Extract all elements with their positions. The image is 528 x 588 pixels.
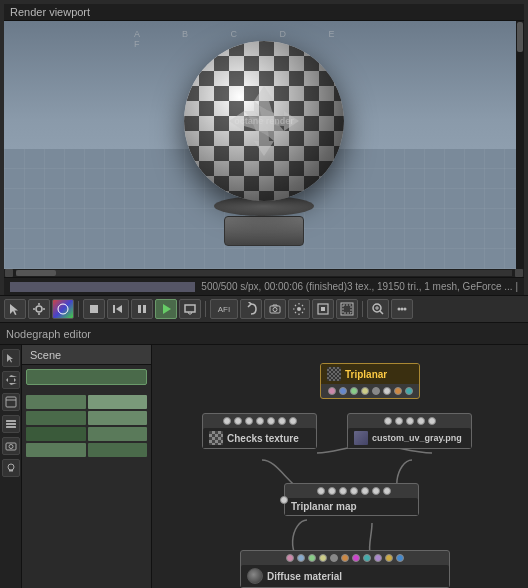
left-icon-camera[interactable] <box>2 437 20 455</box>
toolbar-move-btn[interactable] <box>28 299 50 319</box>
toolbar-prev-btn[interactable] <box>107 299 129 319</box>
scene-item-row-2 <box>26 411 147 425</box>
port-d-10[interactable] <box>385 554 393 562</box>
port-checks-top-4[interactable] <box>256 417 264 425</box>
viewport-bottom-scrollbar[interactable] <box>4 269 524 277</box>
port-uv-top-3[interactable] <box>406 417 414 425</box>
toolbar-screen-btn[interactable] <box>179 299 201 319</box>
svg-rect-5 <box>143 305 146 313</box>
toolbar-cursor-btn[interactable] <box>4 299 26 319</box>
toolbar-extra-btn[interactable] <box>391 299 413 319</box>
port-checks-top-2[interactable] <box>234 417 242 425</box>
port-d-6[interactable] <box>341 554 349 562</box>
port-uv-top-4[interactable] <box>417 417 425 425</box>
progress-bar <box>10 282 195 292</box>
triplanar-map-ports-top <box>285 484 418 498</box>
svg-rect-13 <box>343 305 351 313</box>
toolbar-stop-btn[interactable] <box>83 299 105 319</box>
port-tm-top-7[interactable] <box>383 487 391 495</box>
port-d-2[interactable] <box>297 554 305 562</box>
scene-sub-item-7[interactable] <box>26 443 86 457</box>
nodegraph-title: Nodegraph editor <box>6 328 91 340</box>
port-tm-top-3[interactable] <box>339 487 347 495</box>
viewport-scrollbar-thumb-h[interactable] <box>16 270 56 276</box>
svg-point-0 <box>36 306 42 312</box>
scene-tab[interactable]: Scene <box>22 345 151 365</box>
viewport-scrollbar[interactable] <box>516 21 524 269</box>
scroll-right-btn[interactable] <box>515 269 523 277</box>
port-checks-top-1[interactable] <box>223 417 231 425</box>
port-triplanar-1[interactable] <box>328 387 336 395</box>
scene-sub-item-3[interactable] <box>26 411 86 425</box>
left-icon-scene[interactable] <box>2 393 20 411</box>
port-triplanar-8[interactable] <box>405 387 413 395</box>
nodegraph-body: Scene <box>0 345 528 588</box>
port-triplanar-4[interactable] <box>361 387 369 395</box>
toolbar-rotate-btn[interactable] <box>240 299 262 319</box>
scene-sub-item-6[interactable] <box>88 427 148 441</box>
viewport-scrollbar-track[interactable] <box>16 270 512 276</box>
node-diffuse-material[interactable]: Diffuse material <box>240 550 450 588</box>
port-d-7[interactable] <box>352 554 360 562</box>
toolbar-color-btn[interactable] <box>52 299 74 319</box>
toolbar-sep-2 <box>205 301 206 317</box>
scene-sub-item-8[interactable] <box>88 443 148 457</box>
port-checks-top-3[interactable] <box>245 417 253 425</box>
svg-rect-3 <box>113 305 115 313</box>
toolbar-region-btn[interactable] <box>336 299 358 319</box>
port-tm-top-1[interactable] <box>317 487 325 495</box>
port-d-1[interactable] <box>286 554 294 562</box>
scene-sub-item-1[interactable] <box>26 395 86 409</box>
toolbar-pause-btn[interactable] <box>131 299 153 319</box>
viewport-title: Render viewport <box>4 4 524 21</box>
viewport-canvas: octane render A B C D E F <box>4 21 524 269</box>
node-custom-uv[interactable]: custom_uv_gray.png <box>347 413 472 449</box>
port-d-9[interactable] <box>374 554 382 562</box>
port-tm-top-4[interactable] <box>350 487 358 495</box>
port-d-5[interactable] <box>330 554 338 562</box>
toolbar-frame-btn[interactable] <box>312 299 334 319</box>
left-icon-light[interactable] <box>2 459 20 477</box>
port-triplanar-map-left[interactable] <box>280 496 288 504</box>
left-icon-cursor[interactable] <box>2 349 20 367</box>
scroll-left-btn[interactable] <box>5 269 13 277</box>
port-triplanar-5[interactable] <box>372 387 380 395</box>
node-checks-texture[interactable]: Checks texture <box>202 413 317 449</box>
port-tm-top-2[interactable] <box>328 487 336 495</box>
checks-ports-top <box>203 414 316 428</box>
scene-sub-item-5[interactable] <box>26 427 86 441</box>
port-triplanar-2[interactable] <box>339 387 347 395</box>
port-uv-top-1[interactable] <box>384 417 392 425</box>
port-triplanar-7[interactable] <box>394 387 402 395</box>
left-icon-move[interactable] <box>2 371 20 389</box>
port-uv-top-5[interactable] <box>428 417 436 425</box>
scene-sub-item-2[interactable] <box>88 395 148 409</box>
toolbar-afi-btn[interactable]: AFI <box>210 299 238 319</box>
toolbar-play-btn[interactable] <box>155 299 177 319</box>
checks-header: Checks texture <box>203 428 316 448</box>
node-canvas[interactable]: Triplanar <box>152 345 528 588</box>
port-checks-top-5[interactable] <box>267 417 275 425</box>
port-d-3[interactable] <box>308 554 316 562</box>
port-d-8[interactable] <box>363 554 371 562</box>
toolbar-cam-btn[interactable] <box>264 299 286 319</box>
toolbar-settings-btn[interactable] <box>288 299 310 319</box>
left-icon-layer[interactable] <box>2 415 20 433</box>
port-uv-top-2[interactable] <box>395 417 403 425</box>
scene-item-1[interactable] <box>26 369 147 385</box>
node-triplanar-map[interactable]: Triplanar map <box>284 483 419 516</box>
scene-spacer-1 <box>26 387 147 393</box>
scene-sub-item-4[interactable] <box>88 411 148 425</box>
toolbar-zoom-btn[interactable] <box>367 299 389 319</box>
port-checks-top-6[interactable] <box>278 417 286 425</box>
port-d-4[interactable] <box>319 554 327 562</box>
port-tm-top-5[interactable] <box>361 487 369 495</box>
port-checks-top-7[interactable] <box>289 417 297 425</box>
node-triplanar[interactable]: Triplanar <box>320 363 420 399</box>
viewport-scrollbar-thumb[interactable] <box>517 22 523 52</box>
port-tm-top-6[interactable] <box>372 487 380 495</box>
port-triplanar-3[interactable] <box>350 387 358 395</box>
svg-point-8 <box>273 308 277 312</box>
port-d-11[interactable] <box>396 554 404 562</box>
port-triplanar-6[interactable] <box>383 387 391 395</box>
